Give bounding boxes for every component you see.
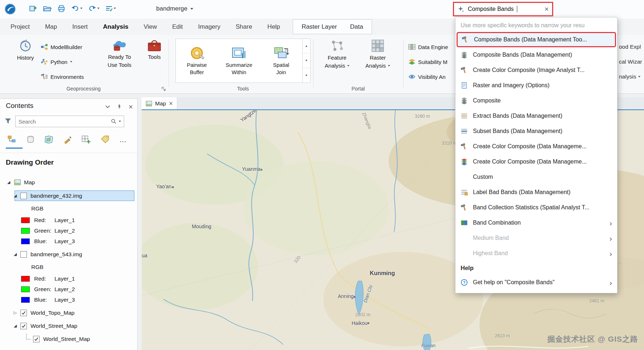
redo-dropdown-caret[interactable] <box>97 8 100 9</box>
result-custom[interactable]: Custom <box>455 169 617 185</box>
map-view-tab[interactable]: Map <box>142 97 177 109</box>
save-project-button[interactable] <box>57 4 65 12</box>
layer-row-world-street-map-child[interactable]: World_Street_Map <box>0 333 137 345</box>
undo-dropdown-caret[interactable] <box>80 8 82 9</box>
band-row-green[interactable]: Green: Layer_2 <box>0 283 137 295</box>
layer-row-world-street-map[interactable]: ◢ World_Street_Map <box>0 320 137 331</box>
red-swatch[interactable] <box>21 217 30 223</box>
command-search-box[interactable]: Composite Bands <box>453 2 553 16</box>
result-subset-bands[interactable]: Subset Bands (Data Management) <box>455 124 617 139</box>
expander-icon[interactable]: ◢ <box>12 252 18 257</box>
list-by-editing-button[interactable] <box>63 135 72 144</box>
project-title[interactable]: bandmerge <box>156 5 193 12</box>
new-project-button[interactable] <box>29 4 37 12</box>
result-band-collection-statistics[interactable]: Band Collection Statistics (Spatial Anal… <box>455 200 617 215</box>
redo-button[interactable] <box>88 5 100 12</box>
band-row-green[interactable]: Green: Layer_2 <box>0 225 137 236</box>
expander-icon[interactable]: ◢ <box>12 323 18 328</box>
result-create-color-composite-image-analyst[interactable]: Create Color Composite (Image Analyst T.… <box>455 63 617 78</box>
tab-help[interactable]: Help <box>260 23 288 35</box>
visibility-analysis-button[interactable]: Visibility An <box>408 72 446 81</box>
undo-button[interactable] <box>71 5 82 12</box>
customize-dropdown-caret[interactable] <box>114 8 116 9</box>
tools-button[interactable]: Tools <box>143 39 166 60</box>
checkbox-unchecked[interactable] <box>20 251 27 258</box>
history-button[interactable]: History <box>12 39 39 61</box>
band-row-blue[interactable]: Blue: Layer_3 <box>0 294 137 305</box>
blue-swatch[interactable] <box>21 238 30 244</box>
tab-map[interactable]: Map <box>37 23 65 35</box>
raster-analysis-button[interactable]: Raster Analysis <box>359 39 397 69</box>
summarize-within-tool[interactable]: Summarize Within <box>218 39 260 83</box>
list-by-snapping-button[interactable] <box>81 135 91 144</box>
result-band-combination[interactable]: Band Combination › <box>455 215 617 230</box>
result-highest-band[interactable]: Highest Band › <box>455 246 617 261</box>
contents-search-caret[interactable] <box>119 121 121 122</box>
expander-collapsed-icon[interactable]: ▷ <box>12 310 18 315</box>
suitability-modeler-button[interactable]: Suitability M <box>408 57 447 67</box>
panel-collapse-button[interactable] <box>105 105 110 108</box>
checkbox-checked[interactable] <box>33 336 40 342</box>
tab-data[interactable]: Data <box>350 23 363 31</box>
contents-search-input[interactable] <box>19 118 109 125</box>
tab-imagery[interactable]: Imagery <box>190 23 228 35</box>
result-composite-bands-tool[interactable]: Composite Bands (Data Management Too... <box>457 32 616 47</box>
red-swatch[interactable] <box>21 276 30 282</box>
gallery-expand-button[interactable]: ▼ <box>303 68 310 83</box>
ready-to-use-tools-button[interactable]: Ready To Use Tools <box>103 38 136 68</box>
environments-button[interactable]: Environments <box>41 72 84 81</box>
result-create-color-composite-dm[interactable]: Create Color Composite (Data Manageme... <box>455 154 617 169</box>
tab-raster-layer[interactable]: Raster Layer <box>301 23 337 31</box>
gallery-scroll-down-button[interactable]: ▼ <box>303 53 310 68</box>
checkbox-checked[interactable] <box>20 323 27 329</box>
result-extract-bands[interactable]: Extract Bands (Data Management) <box>455 108 617 124</box>
customize-quick-access-button[interactable] <box>105 5 116 12</box>
spatial-join-tool[interactable]: 1 Spatial Join <box>260 39 302 83</box>
result-medium-band[interactable]: Medium Band › <box>455 230 617 246</box>
layer-row-bandmerge-432[interactable]: ◢ bandmerge_432.img <box>0 190 137 201</box>
list-by-labeling-button[interactable] <box>100 135 110 144</box>
blue-swatch[interactable] <box>21 297 30 303</box>
open-project-button[interactable] <box>43 4 52 12</box>
result-composite[interactable]: Composite <box>455 93 617 108</box>
result-raster-imagery-options[interactable]: Raster and Imagery (Options) <box>455 78 617 93</box>
tab-project[interactable]: Project <box>3 23 37 35</box>
modelbuilder-button[interactable]: ModelBuilder <box>41 42 82 52</box>
result-label-bad-bands[interactable]: Label Bad Bands (Data Management) <box>455 185 617 200</box>
feature-analysis-button[interactable]: Feature Analysis <box>318 39 356 69</box>
search-clear-button[interactable] <box>544 7 549 11</box>
checkbox-unchecked[interactable] <box>20 193 27 199</box>
pairwise-buffer-tool[interactable]: Pairwise Buffer <box>176 39 218 83</box>
panel-close-button[interactable] <box>129 105 133 109</box>
data-engineering-button[interactable]: Data Engine <box>408 42 448 52</box>
expander-icon[interactable]: ◢ <box>12 193 18 198</box>
result-composite-bands[interactable]: Composite Bands (Data Management) <box>455 47 617 63</box>
tab-share[interactable]: Share <box>228 23 260 35</box>
tab-edit[interactable]: Edit <box>165 23 190 35</box>
band-row-red[interactable]: Red: Layer_1 <box>0 214 137 226</box>
layer-row-world-topo-map[interactable]: ▷ World_Topo_Map <box>0 307 137 318</box>
gallery-scroll-up-button[interactable]: ▲ <box>303 39 310 53</box>
list-by-data-source-button[interactable] <box>26 135 35 144</box>
tab-view[interactable]: View <box>136 23 165 35</box>
checkbox-checked[interactable] <box>20 310 27 316</box>
tab-insert[interactable]: Insert <box>65 23 96 35</box>
filter-icon[interactable] <box>4 118 12 124</box>
band-row-blue[interactable]: Blue: Layer_3 <box>0 236 137 247</box>
green-swatch[interactable] <box>21 228 30 234</box>
map-tab-close-button[interactable] <box>169 101 173 105</box>
more-options-button[interactable]: … <box>119 138 126 141</box>
result-create-color-composite-dm-tool[interactable]: Create Color Composite (Data Manageme... <box>455 139 617 154</box>
tab-analysis[interactable]: Analysis <box>96 23 136 35</box>
expander-icon[interactable]: ◢ <box>6 180 12 185</box>
panel-pin-button[interactable] <box>117 104 122 109</box>
band-row-red[interactable]: Red: Layer_1 <box>0 273 137 284</box>
layer-row-bandmerge-543[interactable]: ◢ bandmerge_543.img <box>0 249 137 260</box>
list-by-selection-button[interactable] <box>44 135 54 144</box>
python-button[interactable]: Python <box>41 57 72 67</box>
layer-row-map[interactable]: ◢ Map <box>0 177 137 188</box>
contents-search-icon[interactable] <box>111 118 117 124</box>
green-swatch[interactable] <box>21 286 30 292</box>
get-help-item[interactable]: Get help on "Composite Bands" › <box>455 275 617 290</box>
list-by-drawing-order-button[interactable] <box>7 135 17 144</box>
